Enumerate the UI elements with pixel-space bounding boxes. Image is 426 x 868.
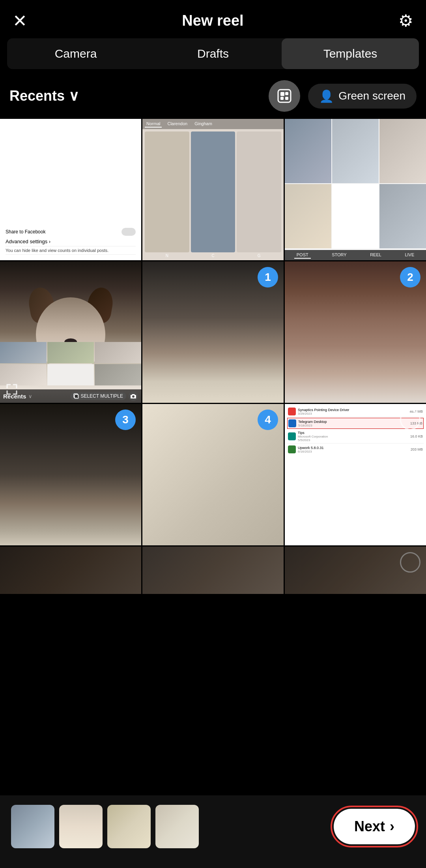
selection-badge-2: 2	[400, 267, 420, 287]
post-bar-story: STORY	[329, 252, 349, 259]
app-name-synaptics: Synaptics Pointing Device Driver	[298, 408, 407, 412]
selection-badge-3: 3	[115, 410, 136, 430]
app-row-upwork: Upwork 5.8.0.31 6/16/2023 203 MB	[287, 444, 424, 455]
selected-thumb-3[interactable]	[107, 805, 151, 848]
app-info-telegram: Telegram Desktop 5/18/2023	[298, 420, 408, 427]
mini-cell-6	[95, 364, 141, 385]
grid-cell-2[interactable]: Normal Clarendon Gingham N C G	[142, 119, 284, 260]
grid-cell-9[interactable]: Synaptics Pointing Device Driver 3/29/20…	[285, 404, 426, 545]
app-date-synaptics: 3/29/2023	[298, 412, 407, 415]
grid-cell-12[interactable]	[285, 547, 426, 594]
recents-chevron-icon: ∨	[69, 88, 79, 104]
page-title: New reel	[182, 12, 243, 29]
green-screen-button[interactable]: 👤 Green screen	[308, 84, 417, 109]
select-multiple-icon	[73, 393, 79, 399]
green-screen-icon: 👤	[319, 89, 334, 103]
tab-templates[interactable]: Templates	[282, 38, 419, 69]
next-arrow-icon: ›	[390, 818, 394, 835]
gallery-thumb-4	[285, 184, 331, 248]
grid-cell-7[interactable]: 3	[0, 404, 141, 545]
mini-cell-1	[0, 342, 47, 363]
green-screen-label: Green screen	[338, 90, 405, 102]
app-date-telegram: 5/18/2023	[298, 424, 408, 427]
grid-cell-4[interactable]: Recents ∨ SELECT MULTIPLE	[0, 261, 141, 403]
app-size-upwork: 203 MB	[411, 447, 423, 451]
filter-previews: N C G	[142, 129, 284, 260]
selected-thumb-4[interactable]	[155, 805, 199, 848]
selected-thumb-2[interactable]	[59, 805, 103, 848]
settings-row-share: Share to Facebook	[6, 227, 136, 237]
filter-tabs-row: Normal Clarendon Gingham	[142, 119, 284, 129]
recents-mini-chevron: ∨	[28, 393, 32, 399]
media-type-button[interactable]	[269, 80, 300, 112]
filter-preview-normal: N	[145, 132, 189, 258]
filter-tab-gingham: Gingham	[193, 120, 214, 128]
selection-badge-outline-9	[400, 410, 420, 430]
mini-cell-5	[47, 364, 94, 385]
recents-dropdown[interactable]: Recents ∨	[9, 88, 79, 104]
swatch-normal	[145, 132, 189, 252]
recents-label-text: Recents	[9, 88, 65, 104]
app-name-upwork: Upwork 5.8.0.31	[298, 446, 409, 450]
app-info-tips: Tips Microsoft Corporation 5/5/2023	[298, 431, 408, 442]
svg-rect-1	[280, 92, 284, 96]
toggle-icon	[121, 228, 136, 236]
grid-cell-1[interactable]: Share to Facebook Advanced settings › Yo…	[0, 119, 141, 260]
select-multiple-button[interactable]: SELECT MULTIPLE	[70, 392, 126, 400]
camera-small-button[interactable]	[129, 391, 138, 401]
app-icon-upwork	[288, 445, 296, 453]
grid-cell-8[interactable]: 4	[142, 404, 284, 545]
grid-cell-11[interactable]	[142, 547, 284, 594]
media-type-icon	[277, 88, 292, 104]
post-bar-post: POST	[294, 252, 311, 259]
next-button[interactable]: Next ›	[334, 809, 415, 844]
post-bar-live: LIVE	[402, 252, 417, 259]
svg-rect-3	[280, 97, 284, 100]
selected-thumbnails	[11, 805, 327, 848]
selection-badge-outline-12	[400, 552, 420, 573]
post-bar-reel: REEL	[368, 252, 384, 259]
mini-cell-4	[0, 364, 47, 385]
mini-cell-3	[95, 342, 141, 363]
tab-camera[interactable]: Camera	[7, 38, 144, 69]
settings-share-label: Share to Facebook	[6, 229, 45, 235]
filter-label-n: N	[166, 254, 168, 258]
selected-thumb-1[interactable]	[11, 805, 54, 848]
filter-label-g: G	[258, 254, 261, 258]
grid-cell-5[interactable]: 1	[142, 261, 284, 403]
camera-small-icon	[131, 394, 136, 398]
app-row-tips: Tips Microsoft Corporation 5/5/2023 16.0…	[287, 430, 424, 443]
close-button[interactable]: ✕	[13, 12, 27, 30]
expand-icon	[6, 383, 18, 397]
gallery-thumb-3	[379, 119, 426, 183]
selection-badge-4: 4	[258, 410, 278, 430]
swatch-clarendon	[191, 132, 235, 252]
filter-preview-clarendon: C	[191, 132, 235, 258]
app-name-telegram: Telegram Desktop	[298, 420, 408, 424]
select-multiple-label: SELECT MULTIPLE	[80, 393, 123, 399]
app-icon-telegram	[288, 419, 296, 427]
settings-icon[interactable]: ⚙	[398, 11, 413, 30]
next-button-label: Next	[354, 818, 385, 835]
settings-row-hint: You can hide like and view counts on ind…	[6, 246, 136, 255]
header: ✕ New reel ⚙	[0, 0, 426, 38]
app-info-synaptics: Synaptics Pointing Device Driver 3/29/20…	[298, 408, 407, 415]
tab-drafts[interactable]: Drafts	[144, 38, 282, 69]
post-bar: POST STORY REEL LIVE	[285, 250, 426, 260]
grid-cell-10[interactable]	[0, 547, 141, 594]
grid-cell-3[interactable]: POST STORY REEL LIVE	[285, 119, 426, 260]
gallery-thumb-6	[379, 184, 426, 248]
svg-rect-4	[285, 97, 288, 100]
svg-rect-0	[278, 90, 291, 102]
gallery-thumb-5	[332, 184, 379, 248]
filter-screenshot-content: Normal Clarendon Gingham N C G	[142, 119, 284, 260]
gallery-grid	[285, 119, 426, 248]
settings-screenshot-content: Share to Facebook Advanced settings › Yo…	[0, 119, 141, 260]
grid-cell-6[interactable]: 2	[285, 261, 426, 403]
settings-row-advanced: Advanced settings ›	[6, 237, 136, 246]
app-icon-synaptics	[288, 408, 296, 415]
app-subtitle-tips: Microsoft Corporation	[298, 435, 408, 438]
recents-bar: Recents ∨ 👤 Green screen	[0, 73, 426, 119]
bottom-bar: Next ›	[0, 795, 426, 868]
filter-tab-normal: Normal	[145, 120, 162, 128]
